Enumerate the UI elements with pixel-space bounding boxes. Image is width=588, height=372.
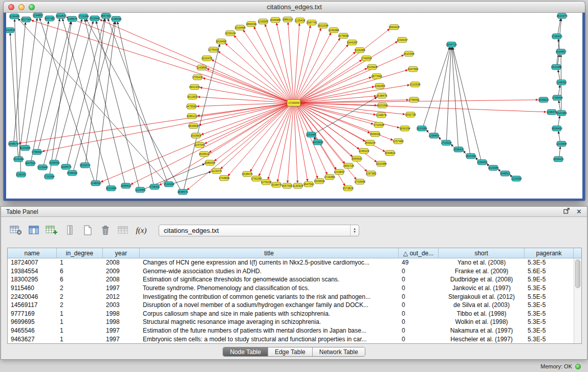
graph-node[interactable]: 1220394 (511, 176, 521, 181)
graph-node[interactable]: 1293047 (397, 37, 407, 42)
graph-node[interactable]: 1190283 (374, 83, 385, 89)
table-row[interactable]: 1830029562008Estimation of significance … (8, 275, 581, 284)
close-panel-icon[interactable]: ✕ (576, 208, 582, 215)
graph-node[interactable]: 1294857 (32, 13, 43, 18)
graph-node[interactable]: 1503928 (366, 64, 377, 70)
graph-node[interactable]: 1657392 (281, 183, 292, 188)
graph-node[interactable]: 1203958 (556, 141, 567, 146)
table-row[interactable]: 1456911722003Disruption of a novel membe… (8, 301, 581, 310)
graph-node[interactable]: 1520384 (556, 111, 567, 116)
table-select-dropdown[interactable]: citations_edges.txt ▲▼ (159, 225, 359, 236)
graph-node[interactable]: 1148576 (67, 16, 77, 21)
graph-node[interactable]: 1860928 (388, 25, 399, 30)
graph-node[interactable]: 1247049 (194, 142, 205, 147)
graph-node[interactable]: 1129485 (135, 187, 145, 192)
graph-node[interactable]: 1986094 (204, 160, 215, 165)
graph-node[interactable]: 2015498 (234, 25, 245, 30)
graph-node[interactable]: 1755430 (192, 75, 203, 80)
graph-node[interactable]: 1683920 (351, 156, 362, 161)
graph-node[interactable]: 1612826 (187, 94, 198, 99)
graph-node[interactable]: 1156029 (358, 148, 369, 154)
graph-node[interactable]: 1143899 (196, 65, 207, 70)
table-row[interactable]: 1938455462009Genome-wide association stu… (8, 267, 581, 276)
graph-node[interactable]: 1158392 (15, 172, 26, 177)
add-column-icon[interactable] (44, 223, 59, 237)
graph-node[interactable]: 1847593 (25, 161, 35, 166)
graph-node[interactable]: 1839204 (364, 140, 375, 145)
graph-node[interactable]: 1902837 (55, 13, 66, 18)
graph-node[interactable]: 1675590 (338, 33, 349, 38)
graph-node[interactable]: 1822334 (317, 23, 328, 28)
graph-node[interactable]: 1573829 (342, 186, 353, 191)
graph-node[interactable]: 1157382 (365, 171, 376, 176)
graph-node[interactable]: 1205587 (257, 19, 268, 24)
graph-node[interactable]: 1658420 (553, 157, 563, 162)
graph-node[interactable]: 1758493 (552, 95, 562, 100)
new-table-icon[interactable] (80, 223, 95, 237)
graph-node[interactable]: 1275038 (260, 180, 271, 185)
function-builder-icon[interactable]: f(x) (134, 223, 149, 237)
network-window-titlebar[interactable]: citations_edges.txt (4, 2, 585, 13)
graph-node[interactable]: 1125434 (294, 18, 305, 23)
minimize-window-icon[interactable] (18, 4, 25, 10)
graph-node[interactable]: 1275433 (208, 47, 219, 52)
delete-column-icon[interactable] (62, 223, 77, 237)
scrollbar-thumb[interactable] (575, 259, 580, 288)
graph-node[interactable]: 1558403 (453, 147, 464, 152)
table-row[interactable]: 969969511998Structural magnetic resonanc… (8, 318, 581, 326)
column-header-out_degree[interactable]: △ out_de... (399, 248, 439, 258)
graph-node[interactable]: 1587742 (306, 20, 317, 25)
import-table-icon[interactable] (116, 223, 131, 237)
graph-node[interactable]: 1702938 (373, 122, 384, 127)
graph-node[interactable]: 1548392 (67, 170, 77, 176)
graph-node[interactable]: 1520478 (201, 56, 212, 61)
graph-node[interactable]: 1638475 (376, 93, 387, 98)
delete-table-icon[interactable] (98, 223, 113, 237)
vertical-scrollbar[interactable] (574, 258, 581, 343)
tab-network-table[interactable]: Network Table (313, 347, 365, 356)
graph-node[interactable]: 1758392 (408, 97, 419, 102)
graph-node[interactable]: 1920385 (551, 64, 561, 70)
table-row[interactable]: 946362711997Embryonic stem cells: a mode… (8, 335, 581, 343)
graph-node[interactable]: 1986110 (282, 17, 293, 22)
graph-node[interactable]: 1815495 (215, 39, 226, 44)
graph-node[interactable]: 1947582 (407, 67, 418, 72)
column-header-short[interactable]: short (439, 248, 525, 258)
graph-node[interactable]: 1258493 (428, 133, 439, 138)
graph-node[interactable]: 1664729 (446, 42, 456, 47)
graph-node[interactable]: 1847560 (303, 182, 314, 187)
graph-node[interactable]: 1123475 (211, 168, 222, 173)
graph-node[interactable]: 1506839 (314, 179, 324, 184)
graph-node[interactable]: 1533904 (190, 133, 201, 138)
graph-node[interactable]: 1248593 (90, 181, 101, 186)
graph-node[interactable]: 1629384 (488, 165, 498, 170)
graph-node[interactable]: 1153485 (306, 132, 316, 137)
column-header-name[interactable]: name (8, 248, 57, 258)
graph-node[interactable]: 1620384 (105, 186, 116, 191)
graph-node[interactable]: 1203847 (334, 169, 344, 174)
graph-node[interactable]: 1877665 (371, 74, 382, 79)
graph-node[interactable]: 2033104 (225, 31, 235, 36)
column-header-pagerank[interactable]: pagerank (525, 248, 574, 258)
graph-node[interactable]: 1603928 (312, 140, 323, 145)
graph-node[interactable]: 1528476 (242, 171, 252, 177)
show-columns-icon[interactable] (26, 223, 41, 237)
table-row[interactable]: 977716911998Corpus callosum shape and si… (8, 310, 581, 318)
float-panel-icon[interactable] (563, 208, 570, 215)
graph-node[interactable]: 1299384 (328, 28, 339, 33)
graph-node[interactable]: 1566091 (369, 132, 380, 137)
graph-node[interactable]: 2039485 (9, 14, 19, 19)
graph-node[interactable]: 1729384 (78, 14, 89, 19)
graph-node[interactable]: 1503948 (89, 16, 100, 21)
table-row[interactable]: 1872400712008Changes of HCN gene express… (8, 258, 581, 267)
graph-node[interactable]: 1928475 (60, 164, 71, 169)
graph-node[interactable]: 1790283 (251, 176, 262, 181)
graph-node[interactable]: 1848576 (177, 189, 188, 194)
column-header-title[interactable]: title (140, 248, 399, 258)
table-mode-icon[interactable] (8, 223, 24, 237)
graph-node[interactable]: 1950728 (343, 163, 354, 168)
graph-node[interactable]: 1029384 (354, 48, 365, 53)
graph-node[interactable]: 1238495 (111, 16, 121, 21)
graph-node[interactable]: 1595820 (538, 97, 549, 102)
graph-node[interactable]: 1148392 (556, 80, 567, 85)
